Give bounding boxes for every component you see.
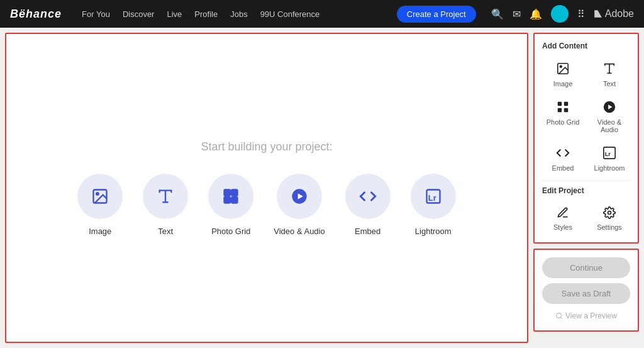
nav-profile[interactable]: Profile <box>194 9 218 19</box>
canvas-icon-lightroom-bg: Lr <box>411 174 456 219</box>
sidebar-lightroom-label: Lightroom <box>594 164 625 172</box>
sidebar-embed-icon <box>556 146 570 162</box>
sidebar-item-embed[interactable]: Embed <box>542 142 584 176</box>
sidebar-grid-icon <box>556 100 570 116</box>
nav-links: For You Discover Live Profile Jobs 99U C… <box>82 9 382 19</box>
svg-rect-16 <box>558 102 562 106</box>
canvas-item-grid-label: Photo Grid <box>211 227 250 236</box>
canvas-prompt: Start building your project: <box>201 140 332 154</box>
canvas-icon-grid-bg <box>208 174 253 219</box>
create-project-button[interactable]: Create a Project <box>397 6 476 23</box>
canvas-item-lightroom[interactable]: Lr Lightroom <box>411 174 456 236</box>
save-draft-button[interactable]: Save as Draft <box>542 283 630 304</box>
behance-logo[interactable]: Bëhance <box>10 8 62 21</box>
content-items: Image Text Photo Grid <box>77 174 455 236</box>
sidebar-text-icon <box>602 62 616 77</box>
navbar: Bëhance For You Discover Live Profile Jo… <box>0 0 644 28</box>
sidebar-item-video-audio[interactable]: Video & Audio <box>589 96 630 137</box>
add-content-title: Add Content <box>542 42 630 50</box>
canvas-item-embed[interactable]: Embed <box>345 174 391 236</box>
svg-text:Lr: Lr <box>605 151 611 157</box>
canvas-item-lightroom-label: Lightroom <box>415 227 452 236</box>
nav-for-you[interactable]: For You <box>82 9 110 19</box>
action-panel: Continue Save as Draft View a Preview <box>533 249 639 332</box>
canvas-item-image[interactable]: Image <box>77 174 123 236</box>
sidebar-item-settings[interactable]: Settings <box>589 203 630 235</box>
canvas-icon-embed-bg <box>345 174 391 219</box>
sidebar-settings-label: Settings <box>597 223 622 231</box>
sidebar-lightroom-icon: Lr <box>602 146 616 162</box>
sidebar-item-text[interactable]: Text <box>589 58 630 91</box>
navbar-icons: 🔍 ✉ 🔔 ⠿ Adobe <box>491 5 634 23</box>
svg-rect-19 <box>564 108 568 112</box>
svg-rect-17 <box>564 102 568 106</box>
svg-rect-18 <box>558 108 562 112</box>
canvas-item-embed-label: Embed <box>355 227 380 236</box>
sidebar: Add Content Image <box>533 33 639 343</box>
canvas-item-photo-grid[interactable]: Photo Grid <box>208 174 253 236</box>
svg-rect-6 <box>225 197 230 203</box>
nav-live[interactable]: Live <box>167 9 182 19</box>
continue-button[interactable]: Continue <box>542 257 630 278</box>
canvas-item-text-label: Text <box>158 227 173 236</box>
canvas-item-video-audio[interactable]: Video & Audio <box>274 174 325 236</box>
svg-rect-4 <box>225 189 230 195</box>
nav-99u[interactable]: 99U Conference <box>260 9 320 19</box>
svg-rect-7 <box>231 197 237 203</box>
sidebar-settings-icon <box>603 206 616 221</box>
sidebar-item-styles[interactable]: Styles <box>542 203 584 235</box>
adobe-label: Adobe <box>594 8 634 20</box>
edit-project-title: Edit Project <box>542 186 630 195</box>
canvas-item-video-label: Video & Audio <box>274 227 325 236</box>
sidebar-item-photo-grid[interactable]: Photo Grid <box>542 96 584 137</box>
sidebar-grid-label: Photo Grid <box>547 118 580 126</box>
sidebar-video-icon <box>602 100 616 116</box>
sidebar-video-label: Video & Audio <box>591 118 628 133</box>
apps-icon[interactable]: ⠿ <box>577 8 585 20</box>
add-content-grid: Image Text <box>542 58 630 176</box>
messages-icon[interactable]: ✉ <box>513 8 521 20</box>
svg-text:Lr: Lr <box>428 193 436 203</box>
svg-point-1 <box>96 193 99 195</box>
sidebar-item-image[interactable]: Image <box>542 58 584 91</box>
canvas-item-text[interactable]: Text <box>143 174 188 236</box>
svg-point-13 <box>560 65 562 67</box>
search-icon[interactable]: 🔍 <box>491 8 504 20</box>
sidebar-item-lightroom[interactable]: Lr Lightroom <box>589 142 630 176</box>
add-content-panel: Add Content Image <box>533 33 639 244</box>
sidebar-embed-label: Embed <box>552 164 574 172</box>
sidebar-styles-icon <box>557 206 569 221</box>
canvas-icon-video-bg <box>277 174 322 219</box>
sidebar-image-icon <box>556 62 570 77</box>
edit-project-grid: Styles Settings <box>542 203 630 235</box>
avatar[interactable] <box>551 5 569 23</box>
svg-point-24 <box>608 211 611 215</box>
sidebar-image-label: Image <box>553 80 573 87</box>
main-layout: Start building your project: Image T <box>0 28 644 348</box>
nav-jobs[interactable]: Jobs <box>230 9 247 19</box>
canvas-area: Start building your project: Image T <box>5 33 528 343</box>
canvas-icon-text-bg <box>143 174 188 219</box>
canvas-icon-image-bg <box>77 174 123 219</box>
preview-button[interactable]: View a Preview <box>542 309 630 323</box>
sidebar-text-label: Text <box>603 80 616 87</box>
notifications-icon[interactable]: 🔔 <box>530 8 542 20</box>
svg-rect-5 <box>231 189 237 195</box>
sidebar-divider <box>542 181 630 181</box>
nav-discover[interactable]: Discover <box>123 9 155 19</box>
svg-line-26 <box>560 317 562 318</box>
canvas-item-image-label: Image <box>89 227 111 236</box>
sidebar-styles-label: Styles <box>553 223 572 231</box>
svg-point-25 <box>557 313 562 318</box>
preview-label: View a Preview <box>565 312 617 320</box>
